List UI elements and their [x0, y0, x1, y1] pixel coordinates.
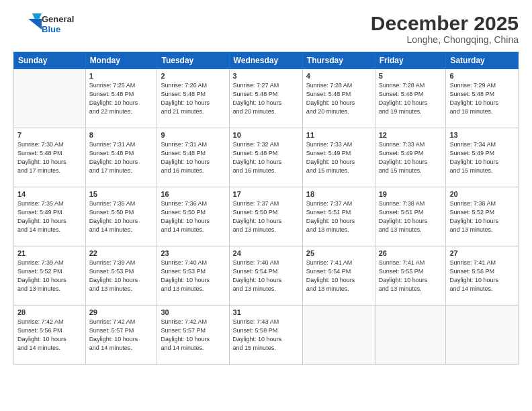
- calendar-cell: 14Sunrise: 7:35 AM Sunset: 5:49 PM Dayli…: [14, 187, 86, 246]
- col-wednesday: Wednesday: [229, 52, 302, 69]
- cell-info: Sunrise: 7:40 AM Sunset: 5:53 PM Dayligh…: [161, 259, 225, 293]
- day-number: 13: [449, 131, 515, 139]
- calendar-cell: [446, 306, 519, 365]
- calendar-cell: 11Sunrise: 7:33 AM Sunset: 5:49 PM Dayli…: [302, 128, 375, 187]
- calendar-cell: 5Sunrise: 7:28 AM Sunset: 5:48 PM Daylig…: [375, 69, 446, 128]
- cell-info: Sunrise: 7:28 AM Sunset: 5:48 PM Dayligh…: [306, 81, 371, 116]
- calendar-cell: 27Sunrise: 7:41 AM Sunset: 5:56 PM Dayli…: [446, 246, 519, 306]
- day-number: 23: [161, 249, 225, 257]
- day-number: 29: [89, 308, 154, 316]
- day-number: 3: [233, 72, 299, 80]
- calendar-cell: 23Sunrise: 7:40 AM Sunset: 5:53 PM Dayli…: [157, 246, 229, 306]
- day-number: 24: [233, 249, 299, 257]
- cell-info: Sunrise: 7:38 AM Sunset: 5:51 PM Dayligh…: [379, 199, 443, 234]
- calendar-cell: [375, 306, 446, 365]
- logo-blue-text: Blue: [42, 24, 74, 34]
- calendar-cell: 30Sunrise: 7:42 AM Sunset: 5:57 PM Dayli…: [157, 306, 229, 365]
- cell-info: Sunrise: 7:31 AM Sunset: 5:48 PM Dayligh…: [89, 140, 154, 175]
- calendar-cell: 21Sunrise: 7:39 AM Sunset: 5:52 PM Dayli…: [14, 246, 86, 306]
- calendar-cell: 22Sunrise: 7:39 AM Sunset: 5:53 PM Dayli…: [85, 246, 157, 306]
- logo-general-text: General: [42, 14, 74, 24]
- logo: GeneralBlue: [13, 12, 74, 36]
- page-header: GeneralBlue December 2025 Longhe, Chongq…: [13, 12, 519, 45]
- day-number: 8: [89, 131, 154, 139]
- calendar-week-4: 21Sunrise: 7:39 AM Sunset: 5:52 PM Dayli…: [14, 246, 519, 306]
- day-number: 18: [306, 190, 371, 198]
- day-number: 4: [306, 72, 371, 80]
- calendar-week-2: 7Sunrise: 7:30 AM Sunset: 5:48 PM Daylig…: [14, 128, 519, 187]
- calendar-table: Sunday Monday Tuesday Wednesday Thursday…: [13, 52, 519, 365]
- day-number: 21: [17, 249, 82, 257]
- day-number: 7: [17, 131, 82, 139]
- day-number: 9: [161, 131, 225, 139]
- cell-info: Sunrise: 7:38 AM Sunset: 5:52 PM Dayligh…: [449, 199, 515, 234]
- calendar-header-row: Sunday Monday Tuesday Wednesday Thursday…: [14, 52, 519, 69]
- day-number: 11: [306, 131, 371, 139]
- cell-info: Sunrise: 7:28 AM Sunset: 5:48 PM Dayligh…: [379, 81, 443, 116]
- cell-info: Sunrise: 7:36 AM Sunset: 5:50 PM Dayligh…: [161, 199, 225, 234]
- day-number: 2: [161, 72, 225, 80]
- cell-info: Sunrise: 7:42 AM Sunset: 5:57 PM Dayligh…: [89, 318, 154, 353]
- cell-info: Sunrise: 7:25 AM Sunset: 5:48 PM Dayligh…: [89, 81, 154, 116]
- calendar-cell: 26Sunrise: 7:41 AM Sunset: 5:55 PM Dayli…: [375, 246, 446, 306]
- cell-info: Sunrise: 7:27 AM Sunset: 5:48 PM Dayligh…: [233, 81, 299, 116]
- calendar-cell: 1Sunrise: 7:25 AM Sunset: 5:48 PM Daylig…: [85, 69, 157, 128]
- calendar-cell: 15Sunrise: 7:35 AM Sunset: 5:50 PM Dayli…: [85, 187, 157, 246]
- calendar-cell: 6Sunrise: 7:29 AM Sunset: 5:48 PM Daylig…: [446, 69, 519, 128]
- calendar-cell: 28Sunrise: 7:42 AM Sunset: 5:56 PM Dayli…: [14, 306, 86, 365]
- col-tuesday: Tuesday: [157, 52, 229, 69]
- day-number: 26: [379, 249, 443, 257]
- col-thursday: Thursday: [302, 52, 375, 69]
- day-number: 1: [89, 72, 154, 80]
- calendar-cell: 10Sunrise: 7:32 AM Sunset: 5:48 PM Dayli…: [229, 128, 302, 187]
- calendar-week-5: 28Sunrise: 7:42 AM Sunset: 5:56 PM Dayli…: [14, 306, 519, 365]
- cell-info: Sunrise: 7:40 AM Sunset: 5:54 PM Dayligh…: [233, 259, 299, 293]
- calendar-cell: 29Sunrise: 7:42 AM Sunset: 5:57 PM Dayli…: [85, 306, 157, 365]
- calendar-cell: 13Sunrise: 7:34 AM Sunset: 5:49 PM Dayli…: [446, 128, 519, 187]
- col-monday: Monday: [85, 52, 157, 69]
- calendar-cell: [14, 69, 86, 128]
- cell-info: Sunrise: 7:39 AM Sunset: 5:53 PM Dayligh…: [89, 259, 154, 293]
- day-number: 28: [17, 308, 82, 316]
- day-number: 30: [161, 308, 225, 316]
- calendar-cell: 16Sunrise: 7:36 AM Sunset: 5:50 PM Dayli…: [157, 187, 229, 246]
- day-number: 16: [161, 190, 225, 198]
- day-number: 14: [17, 190, 82, 198]
- day-number: 25: [306, 249, 371, 257]
- day-number: 6: [449, 72, 515, 80]
- cell-info: Sunrise: 7:37 AM Sunset: 5:51 PM Dayligh…: [306, 199, 371, 234]
- calendar-cell: 8Sunrise: 7:31 AM Sunset: 5:48 PM Daylig…: [85, 128, 157, 187]
- cell-info: Sunrise: 7:26 AM Sunset: 5:48 PM Dayligh…: [161, 81, 225, 116]
- cell-info: Sunrise: 7:33 AM Sunset: 5:49 PM Dayligh…: [379, 140, 443, 175]
- svg-marker-1: [28, 19, 42, 30]
- cell-info: Sunrise: 7:41 AM Sunset: 5:56 PM Dayligh…: [449, 259, 515, 293]
- calendar-cell: 2Sunrise: 7:26 AM Sunset: 5:48 PM Daylig…: [157, 69, 229, 128]
- day-number: 17: [233, 190, 299, 198]
- calendar-cell: 17Sunrise: 7:37 AM Sunset: 5:50 PM Dayli…: [229, 187, 302, 246]
- cell-info: Sunrise: 7:41 AM Sunset: 5:55 PM Dayligh…: [379, 259, 443, 293]
- cell-info: Sunrise: 7:41 AM Sunset: 5:54 PM Dayligh…: [306, 259, 371, 293]
- cell-info: Sunrise: 7:43 AM Sunset: 5:58 PM Dayligh…: [233, 318, 299, 353]
- cell-info: Sunrise: 7:39 AM Sunset: 5:52 PM Dayligh…: [17, 259, 82, 293]
- day-number: 27: [449, 249, 515, 257]
- day-number: 20: [449, 190, 515, 198]
- day-number: 10: [233, 131, 299, 139]
- title-block: December 2025 Longhe, Chongqing, China: [371, 12, 519, 45]
- cell-info: Sunrise: 7:33 AM Sunset: 5:49 PM Dayligh…: [306, 140, 371, 175]
- cell-info: Sunrise: 7:29 AM Sunset: 5:48 PM Dayligh…: [449, 81, 515, 116]
- calendar-cell: 31Sunrise: 7:43 AM Sunset: 5:58 PM Dayli…: [229, 306, 302, 365]
- calendar-cell: 24Sunrise: 7:40 AM Sunset: 5:54 PM Dayli…: [229, 246, 302, 306]
- day-number: 12: [379, 131, 443, 139]
- day-number: 15: [89, 190, 154, 198]
- day-number: 22: [89, 249, 154, 257]
- cell-info: Sunrise: 7:42 AM Sunset: 5:56 PM Dayligh…: [17, 318, 82, 353]
- calendar-cell: 19Sunrise: 7:38 AM Sunset: 5:51 PM Dayli…: [375, 187, 446, 246]
- cell-info: Sunrise: 7:34 AM Sunset: 5:49 PM Dayligh…: [449, 140, 515, 175]
- calendar-cell: 18Sunrise: 7:37 AM Sunset: 5:51 PM Dayli…: [302, 187, 375, 246]
- cell-info: Sunrise: 7:42 AM Sunset: 5:57 PM Dayligh…: [161, 318, 225, 353]
- cell-info: Sunrise: 7:35 AM Sunset: 5:50 PM Dayligh…: [89, 199, 154, 234]
- day-number: 19: [379, 190, 443, 198]
- day-number: 5: [379, 72, 443, 80]
- calendar-week-1: 1Sunrise: 7:25 AM Sunset: 5:48 PM Daylig…: [14, 69, 519, 128]
- calendar-cell: 9Sunrise: 7:31 AM Sunset: 5:48 PM Daylig…: [157, 128, 229, 187]
